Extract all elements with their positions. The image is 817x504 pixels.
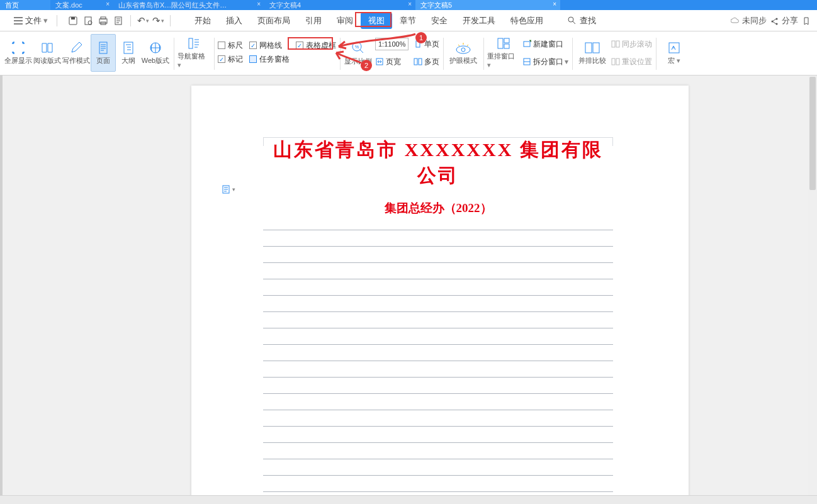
print-button[interactable] — [96, 14, 110, 28]
svg-rect-1 — [71, 17, 75, 20]
zoom-scale-button[interactable]: %显示比例 — [344, 34, 373, 72]
task-label: 任务窗格 — [259, 54, 290, 65]
page-label: 页面 — [96, 56, 110, 65]
close-icon[interactable]: × — [553, 1, 556, 8]
svg-point-8 — [568, 17, 573, 22]
svg-rect-20 — [414, 59, 417, 65]
globe-icon — [149, 41, 162, 55]
menu-chapter-label: 章节 — [400, 16, 416, 25]
chevron-down-icon: ▾ — [177, 61, 181, 69]
new-window-label: 新建窗口 — [533, 39, 563, 50]
undo-button[interactable]: ↶▾ — [136, 14, 150, 28]
svg-rect-21 — [419, 59, 422, 65]
fullscreen-icon — [11, 41, 25, 55]
quick-access-toolbar: ↶▾ ↷▾ — [66, 14, 174, 28]
rearrange-label: 重排窗口 ▾ — [487, 52, 520, 69]
undo-icon: ↶ — [137, 15, 145, 26]
multi-page-label: 多页 — [424, 57, 439, 67]
split-window-label: 拆分窗口 — [533, 57, 563, 67]
page-mode-button[interactable]: 页面 — [91, 34, 116, 72]
mark-checkbox[interactable]: 标记 — [218, 53, 243, 65]
single-page-button[interactable]: 单页 — [414, 38, 439, 50]
single-page-icon — [414, 40, 422, 48]
menu-chapter[interactable]: 章节 — [392, 13, 424, 29]
menu-security[interactable]: 安全 — [424, 13, 455, 29]
menu-layout[interactable]: 页面布局 — [250, 13, 298, 29]
svg-text:%: % — [355, 45, 359, 49]
page-icon — [97, 41, 110, 55]
ribbon-group-show: 标尺 标记 网格线 任务窗格 表格虚框 x — [214, 34, 340, 74]
menu-review[interactable]: 审阅 — [329, 13, 361, 29]
file-menu[interactable]: 文件 ▾ — [9, 15, 53, 26]
close-icon[interactable]: × — [106, 1, 110, 8]
navigation-pane-button[interactable]: 导航窗格 ▾ — [177, 34, 210, 72]
web-label: Web版式 — [142, 56, 169, 65]
split-window-button[interactable]: 拆分窗口▾ — [522, 55, 568, 68]
svg-rect-35 — [616, 59, 619, 65]
rearrange-window-button[interactable]: 重排窗口 ▾ — [487, 34, 520, 72]
macro-label: 宏 ▾ — [668, 56, 680, 65]
compare-label: 并排比较 — [578, 56, 606, 65]
multi-page-button[interactable]: 多页 — [414, 55, 439, 68]
sync-status[interactable]: 未同步 — [731, 15, 767, 26]
tab-doc-1[interactable]: 文案.doc× — [50, 0, 113, 10]
ruler-checkbox[interactable]: 标尺 — [218, 39, 243, 52]
tab-doc-4[interactable]: 文字文稿5× — [415, 0, 560, 10]
checkbox-icon — [249, 55, 257, 63]
web-mode-button[interactable]: Web版式 — [141, 34, 170, 72]
checkbox-checked-icon — [249, 42, 257, 49]
eye-protection-button[interactable]: 护眼模式 — [447, 34, 480, 72]
share-button[interactable]: 分享 — [770, 15, 798, 26]
new-window-button[interactable]: ✶新建窗口 — [522, 38, 568, 50]
new-window-icon: ✶ — [522, 40, 531, 48]
ribbon-group-zoom: %显示比例 1:1 100% 页宽 单页 多页 — [340, 34, 443, 74]
svg-rect-5 — [101, 17, 106, 19]
menu-reference-label: 引用 — [305, 16, 322, 25]
save-button[interactable] — [66, 14, 80, 28]
menu-layout-label: 页面布局 — [257, 16, 290, 25]
bookmark-button[interactable] — [802, 16, 811, 25]
checkbox-icon — [218, 42, 225, 49]
preview-button[interactable] — [111, 14, 125, 28]
page-width-button[interactable]: 页宽 — [375, 55, 409, 68]
ribbon-group-macro: 宏 ▾ — [656, 34, 692, 74]
fullscreen-button[interactable]: 全屏显示 — [4, 34, 33, 72]
zoom-100-button[interactable]: 1:1 100% — [375, 38, 409, 50]
svg-rect-30 — [585, 43, 592, 53]
close-icon[interactable]: × — [408, 1, 412, 8]
tab-doc-2[interactable]: 山东省青岛市X…限公司红头文件…× — [113, 0, 264, 10]
menu-insert[interactable]: 插入 — [218, 13, 250, 29]
menu-reference[interactable]: 引用 — [298, 13, 329, 29]
side-by-side-icon — [584, 41, 600, 55]
write-mode-button[interactable]: 写作模式 — [62, 34, 91, 72]
macro-button[interactable]: 宏 ▾ — [660, 34, 689, 72]
tab-doc-3[interactable]: 文字文稿4× — [264, 0, 415, 10]
outline-mode-button[interactable]: 大纲 — [116, 34, 141, 72]
pencil-icon — [69, 41, 83, 55]
menu-special[interactable]: 特色应用 — [503, 13, 551, 29]
menu-search[interactable]: 查找 — [560, 13, 604, 29]
side-by-side-button[interactable]: 并排比较 — [576, 34, 609, 72]
gridlines-checkbox[interactable]: 网格线 — [249, 39, 290, 52]
main-menus: 开始 插入 页面布局 引用 审阅 视图 章节 安全 开发工具 特色应用 查找 — [187, 13, 604, 29]
table-dashed-checkbox[interactable]: 表格虚框 — [296, 39, 336, 52]
chevron-down-icon[interactable]: ▾ — [161, 18, 164, 24]
write-label: 写作模式 — [62, 56, 90, 65]
print-preview-button[interactable] — [81, 14, 95, 28]
redo-button[interactable]: ↷▾ — [151, 14, 165, 28]
menu-devtools[interactable]: 开发工具 — [455, 13, 503, 29]
tab-home[interactable]: 首页 — [0, 0, 50, 10]
svg-rect-12 — [99, 42, 107, 53]
menu-view-label: 视图 — [368, 16, 385, 25]
menu-start-label: 开始 — [194, 16, 211, 25]
read-mode-button[interactable]: 阅读版式 — [33, 34, 62, 72]
menu-view[interactable]: 视图 — [361, 13, 392, 29]
share-icon — [770, 16, 779, 25]
chevron-down-icon[interactable]: ▾ — [146, 18, 149, 24]
menu-start[interactable]: 开始 — [187, 13, 218, 29]
svg-rect-15 — [189, 38, 193, 48]
tab-doc-4-label: 文字文稿5 — [420, 1, 452, 10]
taskpane-checkbox[interactable]: 任务窗格 — [249, 53, 290, 65]
close-icon[interactable]: × — [257, 1, 261, 8]
titlebar-spacer — [560, 0, 817, 10]
